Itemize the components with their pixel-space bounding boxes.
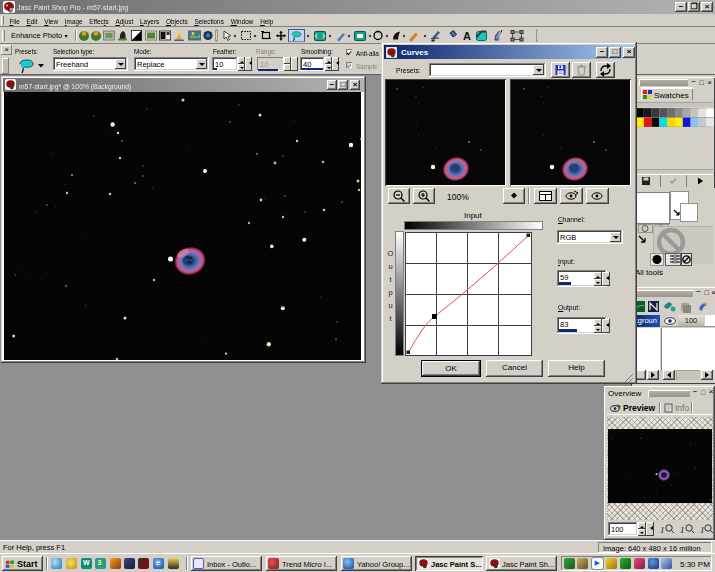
svg-text:1: 1 bbox=[680, 525, 685, 535]
svg-text:1: 1 bbox=[660, 525, 665, 535]
svg-text:A: A bbox=[463, 30, 471, 42]
svg-text:1: 1 bbox=[700, 525, 705, 535]
